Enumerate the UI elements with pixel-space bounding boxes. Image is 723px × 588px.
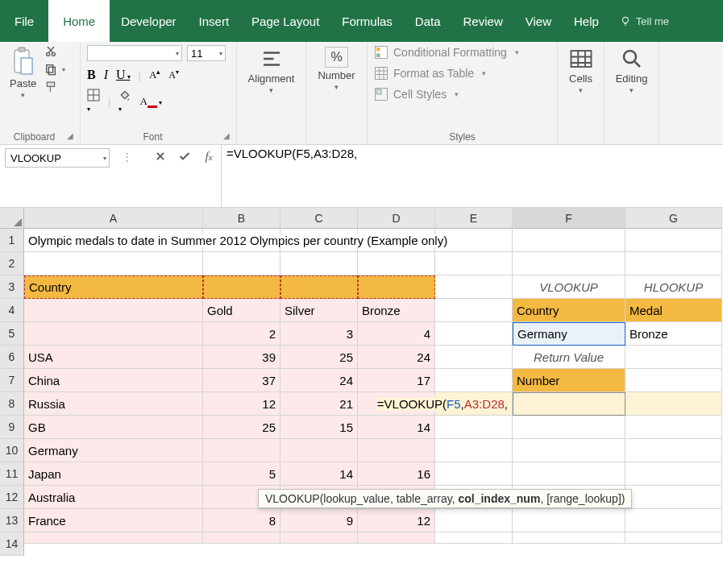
cell-e14[interactable]: [435, 532, 513, 544]
cell-f11[interactable]: [513, 462, 625, 486]
tell-me[interactable]: Tell me: [610, 0, 679, 42]
row-header-5[interactable]: 5: [0, 322, 24, 346]
format-as-table-button[interactable]: Format as Table▾: [374, 66, 519, 81]
cell-styles-button[interactable]: Cell Styles▾: [374, 87, 519, 101]
cell-d7[interactable]: 17: [358, 369, 435, 392]
cell-e9[interactable]: [435, 416, 513, 439]
cell-e7[interactable]: [435, 369, 513, 392]
cell-g4[interactable]: Medal: [625, 299, 722, 322]
cell-g2[interactable]: [625, 252, 722, 275]
cell-d13[interactable]: 12: [358, 509, 435, 532]
cell-a2[interactable]: [24, 252, 203, 275]
cell-c5[interactable]: 3: [280, 322, 358, 346]
cell-c3[interactable]: [280, 275, 358, 299]
row-header-10[interactable]: 10: [0, 439, 24, 462]
cell-c14[interactable]: [280, 532, 358, 544]
cell-f7[interactable]: Number: [513, 369, 625, 392]
cell-e11[interactable]: [435, 462, 513, 486]
number-button[interactable]: % Number▾: [314, 45, 358, 93]
cell-g7[interactable]: [625, 369, 722, 392]
tab-file[interactable]: File: [0, 0, 48, 42]
cell-a4[interactable]: [24, 299, 203, 322]
cell-e2[interactable]: [435, 252, 513, 275]
cell-c6[interactable]: 25: [280, 346, 358, 369]
cancel-button[interactable]: [148, 145, 172, 168]
row-header-12[interactable]: 12: [0, 486, 24, 509]
copy-button[interactable]: ▾: [44, 63, 65, 76]
enter-button[interactable]: [172, 145, 197, 168]
select-all-corner[interactable]: [0, 208, 24, 229]
row-header-14[interactable]: 14: [0, 532, 24, 556]
cell-b3[interactable]: [203, 275, 280, 299]
row-header-3[interactable]: 3: [0, 275, 24, 299]
row-header-2[interactable]: 2: [0, 252, 24, 275]
cell-a12[interactable]: Australia: [24, 486, 203, 509]
paste-button[interactable]: Paste ▾: [6, 45, 39, 101]
cell-d14[interactable]: [358, 532, 435, 544]
cell-a14[interactable]: [24, 532, 203, 544]
tab-page-layout[interactable]: Page Layout: [240, 0, 330, 42]
cell-e6[interactable]: [435, 346, 513, 369]
cell-e13[interactable]: [435, 509, 513, 532]
cell-d10[interactable]: [358, 439, 435, 462]
cell-d4[interactable]: Bronze: [358, 299, 435, 322]
tab-formulas[interactable]: Formulas: [330, 0, 404, 42]
cell-a13[interactable]: France: [24, 509, 203, 532]
grow-font-button[interactable]: A▴: [149, 68, 160, 81]
cell-f5[interactable]: Germany: [513, 322, 625, 346]
cell-g5[interactable]: Bronze: [625, 322, 722, 346]
row-header-11[interactable]: 11: [0, 462, 24, 486]
cut-icon[interactable]: [44, 45, 57, 58]
font-color-button[interactable]: A ▾: [139, 95, 162, 108]
cell-f14[interactable]: [513, 532, 625, 544]
cell-f8[interactable]: [513, 392, 625, 416]
row-header-8[interactable]: 8: [0, 392, 24, 416]
cell-c13[interactable]: 9: [280, 509, 358, 532]
cell-a10[interactable]: Germany: [24, 439, 203, 462]
cell-f13[interactable]: [513, 509, 625, 532]
cell-d2[interactable]: [358, 252, 435, 275]
row-header-1[interactable]: 1: [0, 229, 24, 252]
font-name-input[interactable]: ▾: [87, 45, 182, 61]
col-header-g[interactable]: G: [625, 208, 722, 229]
col-header-f[interactable]: F: [513, 208, 625, 229]
formula-input[interactable]: =VLOOKUP(F5,A3:D28,: [221, 145, 723, 208]
cell-c2[interactable]: [280, 252, 358, 275]
cell-a3[interactable]: Country: [24, 275, 203, 299]
cell-f4[interactable]: Country: [513, 299, 625, 322]
cell-d5[interactable]: 4: [358, 322, 435, 346]
cell-e5[interactable]: [435, 322, 513, 346]
cell-a11[interactable]: Japan: [24, 462, 203, 486]
italic-button[interactable]: I: [104, 68, 108, 82]
cell-g1[interactable]: [625, 229, 722, 252]
shrink-font-button[interactable]: A▾: [168, 68, 179, 81]
cell-g9[interactable]: [625, 416, 722, 439]
cell-g3[interactable]: HLOOKUP: [625, 275, 722, 299]
cell-g11[interactable]: [625, 462, 722, 486]
cell-c11[interactable]: 14: [280, 462, 358, 486]
name-box[interactable]: VLOOKUP▾: [5, 148, 110, 168]
col-header-d[interactable]: D: [358, 208, 435, 229]
cell-a6[interactable]: USA: [24, 346, 203, 369]
font-dialog-icon[interactable]: ◢: [223, 131, 230, 140]
cell-e8[interactable]: =VLOOKUP(F5,A3:D28,: [435, 392, 513, 416]
cell-a9[interactable]: GB: [24, 416, 203, 439]
fill-color-button[interactable]: ▾: [118, 89, 131, 114]
tab-developer[interactable]: Developer: [110, 0, 187, 42]
cell-a1[interactable]: Olympic medals to date in Summer 2012 Ol…: [24, 229, 203, 252]
cell-e3[interactable]: [435, 275, 513, 299]
cells-button[interactable]: Cells▾: [566, 45, 596, 96]
dots-button[interactable]: ⋮: [114, 145, 139, 168]
cell-f10[interactable]: [513, 439, 625, 462]
cell-a7[interactable]: China: [24, 369, 203, 392]
col-header-e[interactable]: E: [435, 208, 513, 229]
cell-f2[interactable]: [513, 252, 625, 275]
cell-a8[interactable]: Russia: [24, 392, 203, 416]
cell-b7[interactable]: 37: [203, 369, 280, 392]
cell-a5[interactable]: [24, 322, 203, 346]
fx-button[interactable]: fx: [197, 145, 221, 168]
cell-c7[interactable]: 24: [280, 369, 358, 392]
row-header-7[interactable]: 7: [0, 369, 24, 392]
row-header-4[interactable]: 4: [0, 299, 24, 322]
bold-button[interactable]: B: [87, 68, 96, 82]
